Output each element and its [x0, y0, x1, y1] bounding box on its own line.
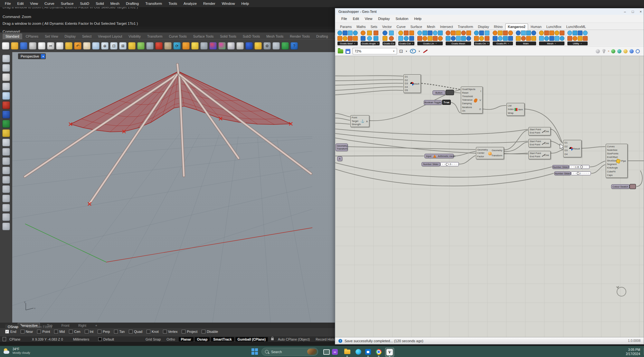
- goals-output-o[interactable]: O: [479, 108, 481, 111]
- rhino-menu-item-14[interactable]: Help: [239, 1, 252, 6]
- save-icon[interactable]: [20, 42, 27, 50]
- rhino-toolbar-tab-5[interactable]: Viewport Layout: [95, 33, 125, 39]
- checkbox-icon[interactable]: [21, 330, 24, 334]
- scale-node[interactable]: GeometryCenterFactor GeometryTransform: [476, 147, 504, 159]
- rhino-toolbar-tab-13[interactable]: Render Tools: [287, 33, 313, 39]
- goals-output-i[interactable]: I: [480, 90, 481, 93]
- listitem-input-1[interactable]: Index: [508, 108, 514, 111]
- rhino-toolbar-tab-6[interactable]: Visibility: [126, 33, 144, 39]
- copy-icon[interactable]: [56, 42, 63, 50]
- component-icon[interactable]: [531, 31, 536, 35]
- status-toggle-planar[interactable]: Planar: [179, 337, 194, 342]
- checkbox-icon[interactable]: [147, 330, 150, 334]
- scale-icon[interactable]: [2, 204, 10, 212]
- osnap-knot[interactable]: Knot: [147, 330, 159, 334]
- component-icon[interactable]: [508, 36, 513, 41]
- display-funnel-icon[interactable]: [602, 49, 606, 53]
- goals-input-2[interactable]: Threshold: [462, 95, 475, 98]
- dimension-icon[interactable]: [2, 223, 10, 230]
- component-icon[interactable]: [451, 36, 456, 41]
- close-button[interactable]: ×: [640, 10, 642, 14]
- scale-output-0[interactable]: Geometry: [491, 149, 502, 152]
- status-toggle-grid-snap[interactable]: Grid Snap: [143, 337, 163, 342]
- osnap-perp[interactable]: Perp: [98, 330, 110, 334]
- status-grip-icon[interactable]: [3, 337, 6, 341]
- boolean-toggle-node[interactable]: Boolean Toggle: [424, 100, 442, 105]
- gh-menu-item-0[interactable]: File: [338, 16, 350, 22]
- ribbon-group-label[interactable]: Goals-Co: [383, 41, 395, 45]
- taskbar-app-store[interactable]: [364, 348, 372, 356]
- component-icon[interactable]: [539, 31, 544, 35]
- goals-input-3[interactable]: Tolerance: [462, 99, 475, 101]
- status-toggle-ortho[interactable]: Ortho: [164, 337, 177, 342]
- component-icon[interactable]: [560, 31, 564, 35]
- component-icon[interactable]: [389, 36, 394, 41]
- component-icon[interactable]: [456, 31, 461, 35]
- goals-input-5[interactable]: Iterations: [462, 106, 475, 109]
- component-icon[interactable]: [451, 31, 456, 35]
- osnap-tab[interactable]: OSnap: [5, 325, 21, 329]
- component-icon[interactable]: [417, 31, 422, 35]
- checkbox-icon[interactable]: [37, 330, 41, 334]
- component-icon[interactable]: [417, 36, 422, 41]
- taskbar-weather-widget[interactable]: 34°F Mostly cloudy: [3, 347, 30, 355]
- colour-swatch-value[interactable]: [630, 184, 636, 189]
- goals-input-6[interactable]: On: [462, 110, 475, 112]
- gh-tab-14[interactable]: LunchBoxML: [564, 24, 588, 30]
- taskbar-app-rhino[interactable]: V: [385, 348, 394, 357]
- gh-menu-item-3[interactable]: Display: [375, 16, 393, 22]
- component-icon[interactable]: [479, 36, 484, 41]
- line2-input-0[interactable]: Start Point: [530, 140, 541, 143]
- component-icon[interactable]: [578, 36, 582, 41]
- mean-input[interactable]: Input: [426, 155, 431, 158]
- lock-icon[interactable]: [200, 42, 208, 50]
- ribbon-group-label[interactable]: Goals-6dof+: [337, 41, 358, 45]
- gh-tab-8[interactable]: Transform: [456, 24, 475, 30]
- component-icon[interactable]: [367, 31, 372, 35]
- component-icon[interactable]: [398, 31, 403, 35]
- scale-input-0[interactable]: Geometry: [477, 149, 488, 151]
- orbit-icon[interactable]: [92, 42, 99, 50]
- solver2-output[interactable]: Result: [573, 147, 580, 150]
- number-slider-1-label[interactable]: Number Slider: [421, 162, 440, 166]
- viewport-title-tab[interactable]: Perspective ▼: [18, 53, 46, 59]
- gh-tab-10[interactable]: Rhino: [492, 24, 505, 30]
- component-icon[interactable]: [466, 31, 471, 35]
- osnap-disable[interactable]: Disable: [202, 330, 218, 334]
- solver2-input-2[interactable]: D3: [564, 149, 568, 152]
- component-icon[interactable]: [337, 36, 342, 41]
- rhino-toolbar-tab-4[interactable]: Select: [79, 33, 94, 39]
- component-icon[interactable]: [544, 36, 549, 41]
- slider-knob[interactable]: [580, 166, 583, 168]
- status-toggle-auto-cplane-object-[interactable]: Auto CPlane (Object): [276, 337, 312, 342]
- component-icon[interactable]: [516, 31, 521, 35]
- ribbon-group-label[interactable]: Mesh+: [539, 41, 564, 45]
- rotate-view-icon[interactable]: ⟳: [173, 42, 181, 50]
- kangaroo-solver-node-2[interactable]: D1D2D3D4 Result: [563, 140, 582, 157]
- component-icon[interactable]: [353, 36, 358, 41]
- split-icon[interactable]: [2, 167, 10, 174]
- rhino-toolbar-tab-1[interactable]: CPlanes: [23, 33, 42, 39]
- rhino-toolbar-tab-2[interactable]: Set View: [42, 33, 61, 39]
- point-cloud-icon[interactable]: [182, 42, 190, 50]
- line-node-2[interactable]: Start PointEnd Point Line: [528, 139, 551, 147]
- goals-input-1[interactable]: Reset: [462, 92, 475, 94]
- checkbox-icon[interactable]: [98, 330, 101, 334]
- component-icon[interactable]: [404, 31, 409, 35]
- component-icon[interactable]: [398, 36, 403, 41]
- status-units[interactable]: Millimeters: [73, 337, 98, 341]
- viewport-tab-4[interactable]: +: [93, 323, 99, 328]
- component-icon[interactable]: [485, 36, 489, 41]
- component-icon[interactable]: [353, 31, 358, 35]
- rhino-toolbar-tab-10[interactable]: Solid Tools: [217, 33, 239, 39]
- rhino-toolbar-tab-3[interactable]: Display: [62, 33, 79, 39]
- solver2-input-0[interactable]: D1: [564, 142, 568, 144]
- a-param-node[interactable]: A: [337, 156, 342, 161]
- component-icon[interactable]: [409, 36, 414, 41]
- rhino-menu-item-7[interactable]: Mesh: [108, 1, 122, 6]
- component-icon[interactable]: [521, 36, 526, 41]
- zoom-extents-icon[interactable]: [137, 42, 145, 50]
- solver1-input-0[interactable]: D1: [405, 76, 408, 78]
- color-wheel-icon[interactable]: [218, 42, 226, 50]
- taskbar-app-task-view[interactable]: [322, 348, 331, 356]
